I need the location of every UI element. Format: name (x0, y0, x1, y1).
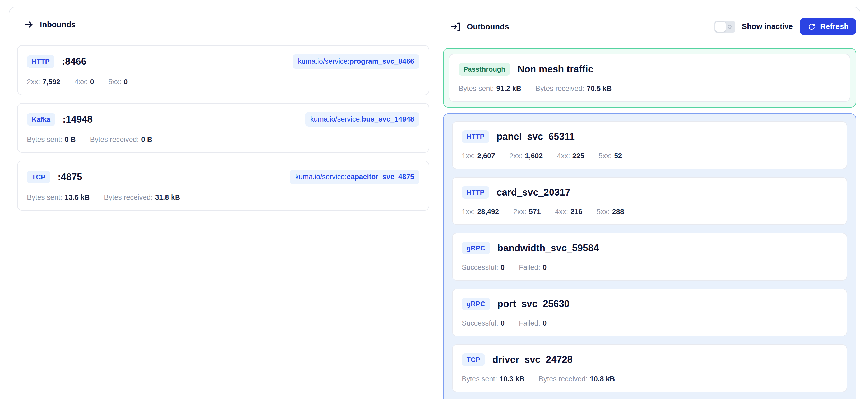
passthrough-badge: Passthrough (459, 63, 510, 75)
stat-label: 5xx: (596, 208, 610, 216)
stat-value: 70.5 kB (587, 85, 612, 92)
toggle-knob (715, 22, 725, 32)
stats-row: Bytes sent:10.3 kB Bytes received:10.8 k… (462, 375, 837, 383)
stat: Bytes sent:0 B (27, 135, 76, 144)
stat: Failed:0 (519, 319, 547, 328)
stat-label: Failed: (519, 319, 540, 327)
refresh-button[interactable]: Refresh (800, 18, 856, 35)
arrow-right-icon (24, 19, 34, 30)
outbound-card: HTTP card_svc_20317 1xx:28,492 2xx:571 4… (452, 177, 847, 225)
stat: Bytes sent:10.3 kB (462, 375, 524, 383)
stat-label: Successful: (462, 264, 498, 271)
protocol-badge: TCP (462, 353, 485, 366)
stat: Bytes received:31.8 kB (104, 193, 180, 202)
stat-label: 4xx: (557, 152, 570, 160)
arrow-enter-icon (451, 22, 461, 32)
toggle-off-dot-icon (727, 25, 732, 29)
stat: 4xx:216 (555, 208, 583, 216)
stat-value: 225 (572, 152, 584, 160)
outbound-service-name: card_svc_20317 (497, 187, 570, 198)
stat: 2xx:7,592 (27, 78, 60, 86)
stat-value: 0 (501, 319, 504, 327)
inbound-card: HTTP :8466 kuma.io/service:program_svc_8… (17, 45, 429, 95)
outbound-service-name: port_svc_25630 (497, 298, 569, 309)
protocol-badge: HTTP (27, 55, 55, 68)
protocol-badge: Kafka (27, 113, 55, 126)
stat-label: 1xx: (462, 152, 475, 160)
stat-value: 0 (501, 264, 504, 271)
outbounds-title-group: Outbounds (451, 22, 509, 32)
stat-label: Bytes received: (539, 375, 588, 383)
outbound-service-name: panel_svc_65311 (497, 131, 575, 142)
stat: 4xx:225 (557, 152, 584, 160)
stat-label: 5xx: (108, 78, 122, 86)
passthrough-title: Non mesh traffic (518, 64, 593, 75)
stat: 4xx:0 (74, 78, 94, 86)
stat: Successful:0 (462, 319, 504, 328)
inbounds-panel: Inbounds HTTP :8466 kuma.io/service:prog… (9, 7, 436, 399)
show-inactive-toggle[interactable] (714, 21, 735, 33)
stat: Bytes sent:13.6 kB (27, 193, 90, 202)
stat: Successful:0 (462, 264, 504, 272)
stat-value: 0 (542, 319, 547, 327)
stats-row: Bytes sent:13.6 kB Bytes received:31.8 k… (27, 193, 420, 202)
stat: 5xx:288 (596, 208, 624, 216)
stat-value: 91.2 kB (496, 85, 522, 92)
passthrough-card: Passthrough Non mesh traffic Bytes sent:… (449, 54, 850, 102)
stat-value: 28,492 (477, 208, 499, 216)
stat: Bytes received:0 B (90, 135, 153, 144)
stat: Bytes received:10.8 kB (539, 375, 615, 383)
outbound-card: TCP driver_svc_24728 Bytes sent:10.3 kB … (452, 344, 847, 392)
passthrough-container: Passthrough Non mesh traffic Bytes sent:… (443, 48, 856, 108)
stat-value: 31.8 kB (155, 193, 180, 201)
inbounds-header: Inbounds (24, 19, 429, 30)
stat-value: 0 B (141, 135, 152, 144)
stat-label: Bytes received: (90, 135, 139, 144)
stats-row: 1xx:2,607 2xx:1,602 4xx:225 5xx:52 (462, 152, 837, 160)
stat-value: 1,602 (525, 152, 543, 160)
stat-value: 0 (124, 78, 128, 86)
outbound-service-name: bandwidth_svc_59584 (497, 243, 599, 254)
service-tag[interactable]: kuma.io/service:bus_svc_14948 (305, 112, 420, 127)
stat: Failed:0 (519, 264, 547, 272)
service-tag-value: capacitor_svc_4875 (347, 173, 414, 181)
stats-row: 2xx:7,592 4xx:0 5xx:0 (27, 78, 420, 86)
service-tag-prefix: kuma.io/service: (298, 57, 349, 65)
stat-label: Bytes received: (535, 85, 584, 92)
stat: 1xx:28,492 (462, 208, 499, 216)
stat-value: 2,607 (477, 152, 495, 160)
stat-label: 2xx: (513, 208, 527, 216)
protocol-badge: gRPC (462, 242, 490, 254)
protocol-badge: gRPC (462, 298, 490, 310)
outbounds-list: HTTP panel_svc_65311 1xx:2,607 2xx:1,602… (443, 113, 856, 399)
service-tag-value: bus_svc_14948 (362, 115, 414, 123)
dataplane-traffic-panel: Inbounds HTTP :8466 kuma.io/service:prog… (9, 7, 860, 399)
stat-label: 4xx: (555, 208, 568, 216)
stat-label: 2xx: (27, 78, 40, 86)
stats-row: Successful:0 Failed:0 (462, 319, 837, 328)
inbound-port: :8466 (62, 56, 87, 67)
stat-label: Successful: (462, 319, 498, 327)
stats-row: 1xx:28,492 2xx:571 4xx:216 5xx:288 (462, 208, 837, 216)
stat-label: Bytes sent: (459, 85, 494, 92)
service-tag-prefix: kuma.io/service: (310, 115, 362, 123)
stat-label: Failed: (519, 264, 540, 271)
stat-value: 52 (614, 152, 622, 160)
stat-value: 0 (90, 78, 94, 86)
service-tag[interactable]: kuma.io/service:capacitor_svc_4875 (290, 170, 420, 184)
service-tag[interactable]: kuma.io/service:program_svc_8466 (292, 54, 420, 69)
stats-row: Bytes sent:91.2 kB Bytes received:70.5 k… (459, 85, 840, 93)
outbound-card: HTTP panel_svc_65311 1xx:2,607 2xx:1,602… (452, 121, 847, 169)
refresh-icon (807, 22, 816, 31)
stat-value: 216 (570, 208, 582, 216)
stat-value: 10.3 kB (500, 375, 525, 383)
service-tag-value: program_svc_8466 (349, 57, 414, 65)
outbound-service-name: driver_svc_24728 (492, 354, 572, 365)
stat-label: Bytes received: (104, 193, 153, 201)
outbound-card: gRPC port_svc_25630 Successful:0 Failed:… (452, 288, 847, 336)
inbound-port: :14948 (63, 114, 93, 125)
stat-value: 10.8 kB (590, 375, 615, 383)
stats-row: Bytes sent:0 B Bytes received:0 B (27, 135, 420, 144)
refresh-label: Refresh (820, 22, 849, 31)
stat-value: 571 (529, 208, 541, 216)
